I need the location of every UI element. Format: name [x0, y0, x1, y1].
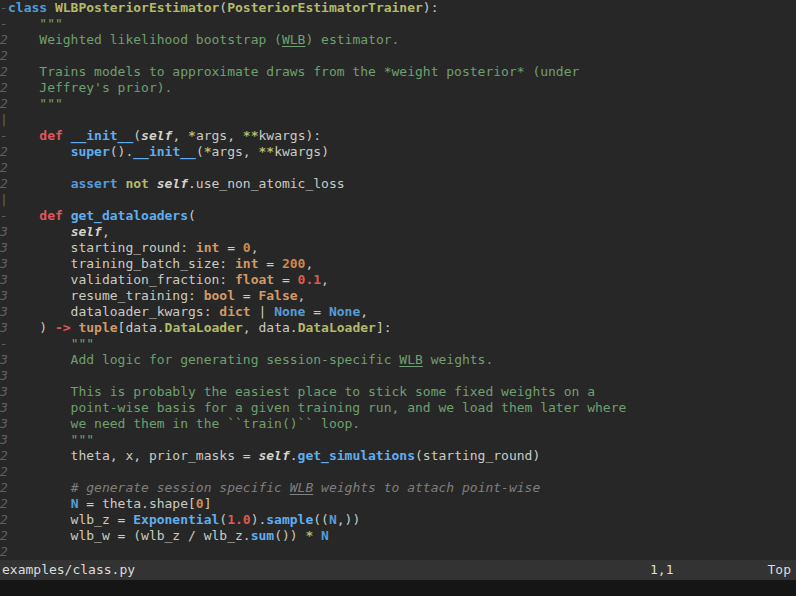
fold-column-marker[interactable]: - — [0, 16, 8, 32]
fold-column-marker[interactable]: 3 — [0, 240, 8, 256]
token: self — [258, 448, 289, 463]
fold-column-marker[interactable]: 3 — [0, 304, 8, 320]
fold-column-marker[interactable]: - — [0, 128, 8, 144]
token — [8, 176, 71, 191]
token: sample — [266, 512, 313, 527]
fold-column-marker[interactable]: 2 — [0, 496, 8, 512]
code-line[interactable]: 2 — [0, 544, 796, 560]
code-line[interactable]: 3 This is probably the easiest place to … — [0, 384, 796, 400]
code-line[interactable]: 3 training_batch_size: int = 200, — [0, 256, 796, 272]
token: = — [235, 288, 258, 303]
code-line[interactable]: 2 Weighted likelihood bootstrap (WLB) es… — [0, 32, 796, 48]
code-line[interactable]: 3 dataloader_kwargs: dict | None = None, — [0, 304, 796, 320]
code-line[interactable]: 3 self, — [0, 224, 796, 240]
fold-column-marker[interactable]: 2 — [0, 80, 8, 96]
code-line[interactable]: 3 resume_training: bool = False, — [0, 288, 796, 304]
code-line[interactable]: 2 # generate session specific WLB weight… — [0, 480, 796, 496]
code-text: """ — [8, 336, 94, 352]
fold-column-marker[interactable]: 2 — [0, 512, 8, 528]
code-line[interactable]: 2 """ — [0, 96, 796, 112]
fold-column-marker[interactable]: 3 — [0, 400, 8, 416]
fold-column-marker[interactable]: 3 — [0, 288, 8, 304]
token: ) — [321, 144, 329, 159]
fold-column-marker[interactable]: 2 — [0, 464, 8, 480]
code-line[interactable]: - """ — [0, 16, 796, 32]
token — [313, 528, 321, 543]
token — [8, 224, 71, 239]
fold-column-marker[interactable]: 2 — [0, 96, 8, 112]
fold-column-marker[interactable]: 3 — [0, 432, 8, 448]
code-line[interactable]: | — [0, 112, 796, 128]
code-area[interactable]: -class WLBPosteriorEstimator(PosteriorEs… — [0, 0, 796, 560]
code-line[interactable]: 2 assert not self.use_non_atomic_loss — [0, 176, 796, 192]
fold-column-marker[interactable]: - — [0, 0, 8, 16]
code-line[interactable]: 3 point-wise basis for a given training … — [0, 400, 796, 416]
token: ( — [219, 512, 227, 527]
code-text: # generate session specific WLB weights … — [8, 480, 540, 496]
token: """ — [71, 336, 94, 351]
fold-column-marker[interactable]: 2 — [0, 160, 8, 176]
fold-column-marker[interactable]: 2 — [0, 528, 8, 544]
code-text: """ — [8, 96, 63, 112]
code-line[interactable]: 2 Trains models to approximate draws fro… — [0, 64, 796, 80]
code-line[interactable]: 2 — [0, 464, 796, 480]
token: kwargs — [259, 128, 306, 143]
fold-column-marker[interactable]: | — [0, 112, 8, 128]
fold-column-marker[interactable]: 3 — [0, 224, 8, 240]
fold-column-marker[interactable]: | — [0, 192, 8, 208]
token: = — [258, 256, 281, 271]
code-line[interactable]: 2 — [0, 48, 796, 64]
token: 200 — [282, 256, 305, 271]
code-line[interactable]: - """ — [0, 336, 796, 352]
fold-column-marker[interactable]: 2 — [0, 144, 8, 160]
fold-column-marker[interactable]: 3 — [0, 368, 8, 384]
fold-column-marker[interactable]: - — [0, 208, 8, 224]
fold-column-marker[interactable]: 2 — [0, 448, 8, 464]
token: , — [243, 144, 259, 159]
token: ( — [219, 0, 227, 15]
code-line[interactable]: 2 — [0, 160, 796, 176]
code-line[interactable]: -class WLBPosteriorEstimator(PosteriorEs… — [0, 0, 796, 16]
fold-column-marker[interactable]: 2 — [0, 64, 8, 80]
fold-column-marker[interactable]: 3 — [0, 256, 8, 272]
fold-column-marker[interactable]: 3 — [0, 320, 8, 336]
code-line[interactable]: 2 Jeffrey's prior). — [0, 80, 796, 96]
token: class — [8, 0, 47, 15]
code-line[interactable]: 2 N = theta.shape[0] — [0, 496, 796, 512]
token: -> — [55, 320, 71, 335]
code-line[interactable]: 3 starting_round: int = 0, — [0, 240, 796, 256]
fold-column-marker[interactable]: 2 — [0, 480, 8, 496]
token: dict — [219, 304, 250, 319]
code-line[interactable]: - def get_dataloaders( — [0, 208, 796, 224]
fold-column-marker[interactable]: 3 — [0, 384, 8, 400]
token: N — [321, 528, 329, 543]
code-line[interactable]: | — [0, 192, 796, 208]
token: float — [235, 272, 274, 287]
code-line[interactable]: - def __init__(self, *args, **kwargs): — [0, 128, 796, 144]
code-line[interactable]: 3 """ — [0, 432, 796, 448]
fold-column-marker[interactable]: 2 — [0, 544, 8, 560]
fold-column-marker[interactable]: - — [0, 336, 8, 352]
code-line[interactable]: 3 — [0, 368, 796, 384]
fold-column-marker[interactable]: 2 — [0, 48, 8, 64]
token: , — [360, 304, 368, 319]
command-line — [0, 580, 796, 596]
token: args — [196, 128, 227, 143]
fold-column-marker[interactable]: 3 — [0, 416, 8, 432]
code-line[interactable]: 3 ) -> tuple[data.DataLoader, data.DataL… — [0, 320, 796, 336]
code-line[interactable]: 2 super().__init__(*args, **kwargs) — [0, 144, 796, 160]
fold-column-marker[interactable]: 2 — [0, 32, 8, 48]
code-line[interactable]: 2 wlb_w = (wlb_z / wlb_z.sum()) * N — [0, 528, 796, 544]
fold-column-marker[interactable]: 3 — [0, 272, 8, 288]
token: DataLoader — [298, 320, 376, 335]
token: ] — [204, 496, 212, 511]
code-line[interactable]: 3 Add logic for generating session-speci… — [0, 352, 796, 368]
token: theta, x, prior_masks = — [8, 448, 258, 463]
fold-column-marker[interactable]: 2 — [0, 176, 8, 192]
code-line[interactable]: 3 we need them in the ``train()`` loop. — [0, 416, 796, 432]
code-line[interactable]: 3 validation_fraction: float = 0.1, — [0, 272, 796, 288]
code-line[interactable]: 2 wlb_z = Exponential(1.0).sample((N,)) — [0, 512, 796, 528]
fold-column-marker[interactable]: 3 — [0, 352, 8, 368]
code-line[interactable]: 2 theta, x, prior_masks = self.get_simul… — [0, 448, 796, 464]
token — [8, 128, 39, 143]
